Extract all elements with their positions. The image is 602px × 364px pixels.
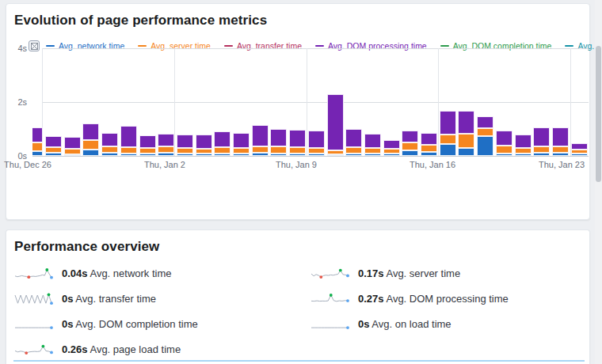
bar-segment (421, 145, 437, 152)
performance-evolution-chart: Avg. network timeAvg. server timeAvg. tr… (6, 4, 591, 221)
bar-segment (477, 136, 493, 156)
bar-segment (270, 146, 287, 153)
bar-segment (440, 111, 456, 135)
bar-segment (252, 125, 269, 146)
stacked-bar[interactable] (270, 129, 287, 156)
metrics-list: 0.04s Avg. network time0.17s Avg. server… (13, 260, 584, 362)
stacked-bar[interactable] (64, 137, 81, 156)
scrollbar-track[interactable] (595, 0, 602, 364)
bar-segment (289, 130, 306, 147)
stacked-bar[interactable] (402, 131, 418, 156)
bar-segment (440, 135, 456, 144)
metric-label: Avg. on load time (369, 318, 451, 330)
metric-value: 0s (62, 318, 73, 330)
stacked-bar[interactable] (364, 134, 381, 156)
last-dot (346, 326, 349, 329)
bar-segment (515, 148, 532, 154)
last-dot (50, 301, 53, 305)
bar-segment (214, 147, 231, 154)
stacked-bar[interactable] (327, 94, 344, 156)
overview-card: Performance overview 0.04s Avg. network … (6, 229, 590, 364)
stacked-bar[interactable] (139, 135, 156, 156)
x-tick-label: Thu, Dec 26 (4, 160, 51, 169)
x-axis-line (32, 156, 589, 157)
max-dot (330, 294, 333, 297)
bar-segment (82, 123, 99, 140)
bar-segment (477, 116, 493, 128)
bar-segment (552, 127, 569, 146)
stacked-bar[interactable] (289, 130, 306, 156)
metric-text: 0.27s Avg. DOM processing time (358, 293, 509, 305)
metric-label: Avg. network time (88, 267, 172, 279)
stacked-bar[interactable] (308, 131, 325, 156)
bar-segment (552, 146, 569, 153)
stacked-bar[interactable] (120, 126, 137, 156)
stacked-bar[interactable] (214, 131, 231, 156)
bars-area (32, 44, 589, 156)
bar-segment (233, 148, 250, 154)
bar-segment (402, 150, 418, 156)
bar-segment (64, 137, 81, 149)
stacked-bar[interactable] (383, 140, 400, 156)
max-dot (339, 269, 342, 272)
bar-segment (252, 146, 269, 153)
min-dot (25, 351, 28, 355)
metric-item: 0.26s Avg. page load time (13, 341, 310, 357)
bar-segment (32, 142, 43, 151)
bar-segment (120, 126, 137, 147)
stacked-bar[interactable] (252, 125, 269, 156)
stacked-bar[interactable] (496, 131, 512, 156)
stacked-bar[interactable] (82, 123, 99, 156)
stacked-bar[interactable] (32, 127, 43, 156)
bar-segment (515, 135, 532, 149)
x-tick-label: Thu, Jan 2 (144, 160, 185, 169)
stacked-bar[interactable] (345, 129, 362, 156)
x-tick-label: Thu, Jan 9 (276, 160, 317, 169)
stacked-bar[interactable] (571, 143, 588, 156)
bar-segment (496, 131, 512, 145)
last-dot (50, 351, 53, 355)
stacked-bar[interactable] (552, 127, 569, 156)
stacked-bar[interactable] (421, 133, 437, 156)
metric-text: 0.17s Avg. server time (358, 267, 460, 279)
last-dot (346, 299, 349, 302)
bar-segment (120, 147, 137, 154)
stacked-bar[interactable] (533, 127, 550, 156)
stacked-bar[interactable] (233, 133, 250, 156)
bar-segment (177, 135, 193, 148)
scrollbar-thumb[interactable] (596, 46, 601, 182)
y-tick-label: 2s (8, 97, 27, 107)
metric-value: 0.26s (62, 343, 88, 355)
bar-segment (139, 148, 156, 154)
metric-value: 0s (358, 318, 369, 330)
min-dot (319, 275, 322, 279)
bar-segment (158, 146, 174, 153)
stacked-bar[interactable] (196, 135, 212, 156)
bar-segment (402, 142, 418, 150)
bar-segment (458, 134, 474, 148)
metric-text: 0s Avg. on load time (358, 318, 452, 330)
stacked-bar[interactable] (45, 136, 62, 156)
stacked-bar[interactable] (101, 133, 118, 156)
stacked-bar[interactable] (158, 134, 174, 156)
stacked-bar[interactable] (458, 111, 474, 156)
evolution-card: Evolution of page performance metrics Av… (6, 3, 590, 220)
metric-sparkline (310, 265, 351, 281)
stacked-bar[interactable] (477, 116, 493, 156)
max-dot (48, 293, 51, 296)
stacked-bar[interactable] (515, 135, 532, 156)
bar-segment (289, 147, 306, 154)
bar-segment (177, 148, 193, 154)
metric-sparkline (13, 290, 55, 306)
bar-segment (45, 136, 62, 147)
x-tick-label: Thu, Jan 23 (539, 160, 585, 169)
stacked-bar[interactable] (440, 111, 456, 156)
bar-segment (477, 128, 493, 136)
metric-item: 0s Avg. DOM completion time (13, 316, 310, 332)
bar-segment (308, 131, 325, 148)
stacked-bar[interactable] (177, 135, 193, 156)
bar-segment (345, 147, 362, 154)
bar-segment (233, 133, 250, 148)
metric-label: Avg. page load time (88, 343, 181, 355)
max-dot (42, 345, 45, 348)
